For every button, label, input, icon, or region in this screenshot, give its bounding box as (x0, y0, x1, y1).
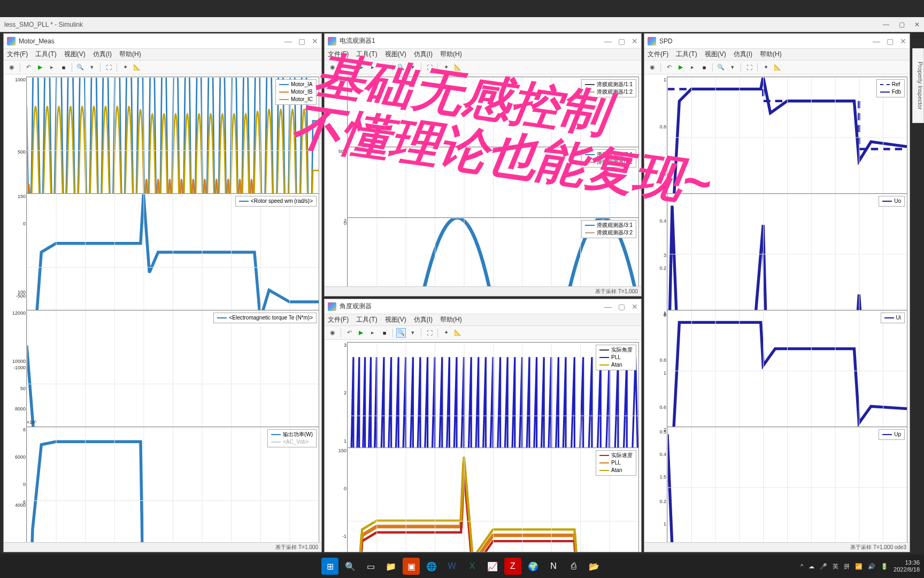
scope-angle-observer: 角度观测器 ―▢✕ 文件(F)工具(T)视图(V)仿真(I)帮助(H) ◉↶▶▸… (324, 299, 642, 552)
chart-smo3[interactable]: 滑膜观测器/3:1滑膜观测器/3:2 20-2 0.080.10.120.140… (347, 217, 639, 286)
maximize-icon[interactable]: ▢ (618, 37, 625, 45)
minimize-icon[interactable]: ― (604, 37, 612, 45)
minimize-icon[interactable]: ― (604, 302, 612, 311)
simulink-window-controls: ― ▢ ✕ (883, 21, 920, 28)
tray-mic-icon[interactable]: 🎤 (820, 563, 827, 570)
maximize-icon[interactable]: ▢ (618, 302, 625, 311)
tray-battery-icon[interactable]: 🔋 (881, 563, 888, 570)
zoom-icon[interactable]: 🔍 (75, 63, 85, 72)
chart-spd-up[interactable]: Up 21.510.50-0.5 00.10.20.30.40.50.60.70… (667, 427, 907, 542)
scope-logo-icon (328, 302, 336, 311)
scope-spd: SPD ―▢✕ 文件(F)工具(T)视图(V)仿真(I)帮助(H) ◉↶▶▸■🔍… (644, 33, 910, 552)
word-icon[interactable]: W (443, 558, 460, 575)
property-inspector-tab[interactable]: Property Inspector (912, 48, 924, 123)
step-fwd-icon[interactable]: ▸ (47, 63, 57, 72)
taskbar: ⊞ 🔍 ▭ 📁 ▣ 🌐 W X 📈 Z 🌍 N ⎙ 📂 ^ ☁ 🎤 英 拼 📶 … (0, 554, 924, 578)
scope-title: 电流观测器1 (340, 36, 604, 45)
app-icon[interactable]: ▣ (403, 558, 420, 575)
minimize-icon[interactable]: ― (883, 21, 889, 28)
legend: Motor_IA Motor_IB Motor_IC (275, 79, 317, 105)
settings-icon[interactable]: ◉ (7, 63, 17, 72)
app-icon[interactable]: Z (504, 558, 521, 575)
scope-title: SPD (659, 37, 873, 45)
menu-sim[interactable]: 仿真(I) (93, 50, 112, 59)
play-icon[interactable]: ▶ (35, 63, 45, 72)
minimize-icon[interactable]: ― (284, 37, 292, 45)
scope-menu[interactable]: 文件(F) 工具(T) 视图(V) 仿真(I) 帮助(H) (4, 49, 321, 60)
scope-current-observer: 电流观测器1 ―▢✕ 文件(F)工具(T)视图(V)仿真(I)帮助(H) ◉↶▶… (324, 33, 642, 296)
chart-power[interactable]: ×10⁵ 输出功率(W)<AC_Vob> 86420 00.10.20.30.4… (26, 427, 319, 542)
play-icon[interactable]: ▶ (356, 328, 366, 338)
tray-wifi-icon[interactable]: 📶 (855, 563, 863, 570)
explorer-icon[interactable]: 📁 (382, 558, 399, 575)
zoom-dropdown-icon[interactable]: ▾ (87, 63, 97, 72)
step-back-icon[interactable]: ↶ (24, 63, 33, 72)
chart-angle-speed[interactable]: 实际速度PLLAtan 15010050 00.10.20.30.40.50.6… (347, 447, 639, 552)
tray-clock[interactable]: 13:36 2022/8/18 (894, 559, 920, 573)
stop-icon[interactable]: ■ (380, 328, 389, 338)
scope-title: 角度观测器 (340, 302, 604, 311)
app-icon[interactable]: ⎙ (565, 558, 582, 575)
menu-view[interactable]: 视图(V) (64, 50, 86, 59)
autoscale-icon[interactable]: ⛶ (425, 328, 434, 338)
tray-ime2[interactable]: 拼 (844, 562, 850, 571)
close-icon[interactable]: ✕ (900, 37, 906, 45)
autoscale-icon[interactable]: ⛶ (425, 63, 434, 72)
stop-icon[interactable]: ■ (380, 63, 389, 72)
menu-help[interactable]: 帮助(H) (119, 50, 141, 59)
close-icon[interactable]: ✕ (632, 302, 638, 311)
settings-icon[interactable]: ◉ (328, 63, 337, 72)
minimize-icon[interactable]: ― (873, 37, 880, 45)
folder-icon[interactable]: 📂 (586, 558, 603, 575)
measure-icon[interactable]: 📐 (132, 63, 142, 72)
simulink-titlebar: less_SMO_PLL * - Simulink ― ▢ ✕ (0, 17, 924, 32)
taskview-icon[interactable]: ▭ (362, 558, 379, 575)
start-icon[interactable]: ⊞ (321, 558, 338, 575)
stop-icon[interactable]: ■ (699, 63, 709, 72)
menu-tools[interactable]: 工具(T) (35, 50, 56, 59)
search-icon[interactable]: 🔍 (342, 558, 359, 575)
play-icon[interactable]: ▶ (356, 63, 366, 72)
chrome-icon[interactable]: 🌐 (423, 558, 440, 575)
autoscale-icon[interactable]: ⛶ (104, 63, 113, 72)
scope-toolbar: ◉ ↶ ▶ ▸ ■ 🔍 ▾ ⛶ ✦ 📐 (4, 60, 321, 74)
simulink-title: less_SMO_PLL * - Simulink (4, 21, 883, 28)
settings-icon[interactable]: ◉ (648, 63, 657, 72)
tray-chevron-icon[interactable]: ^ (800, 563, 803, 569)
notion-icon[interactable]: N (545, 558, 562, 575)
tray-cloud-icon[interactable]: ☁ (808, 563, 814, 570)
close-icon[interactable]: ✕ (632, 37, 638, 45)
autoscale-icon[interactable]: ⛶ (744, 63, 754, 72)
scope-logo-icon (7, 37, 16, 45)
scope-logo-icon (328, 37, 336, 45)
zoom-icon[interactable]: 🔍 (396, 328, 406, 338)
close-icon[interactable]: ✕ (914, 21, 920, 28)
edge-icon[interactable]: 🌍 (525, 558, 542, 575)
close-icon[interactable]: ✕ (312, 37, 318, 45)
maximize-icon[interactable]: ▢ (887, 37, 894, 45)
zoom-icon[interactable]: 🔍 (396, 63, 406, 72)
scope-logo-icon (648, 37, 656, 45)
maximize-icon[interactable]: ▢ (298, 37, 305, 45)
maximize-icon[interactable]: ▢ (899, 21, 905, 28)
scope-title: Motor_Meas (19, 37, 284, 45)
cursor-icon[interactable]: ✦ (120, 63, 130, 72)
tray-volume-icon[interactable]: 🔊 (868, 563, 875, 570)
zoom-icon[interactable]: 🔍 (716, 63, 726, 72)
tray-ime[interactable]: 英 (833, 562, 838, 571)
settings-icon[interactable]: ◉ (328, 328, 337, 338)
menu-file[interactable]: 文件(F) (7, 50, 28, 59)
excel-icon[interactable]: X (464, 558, 481, 575)
stop-icon[interactable]: ■ (59, 63, 68, 72)
play-icon[interactable]: ▶ (676, 63, 686, 72)
matlab-icon[interactable]: 📈 (484, 558, 501, 575)
scope-motor-meas: Motor_Meas ―▢✕ 文件(F) 工具(T) 视图(V) 仿真(I) 帮… (3, 33, 322, 552)
